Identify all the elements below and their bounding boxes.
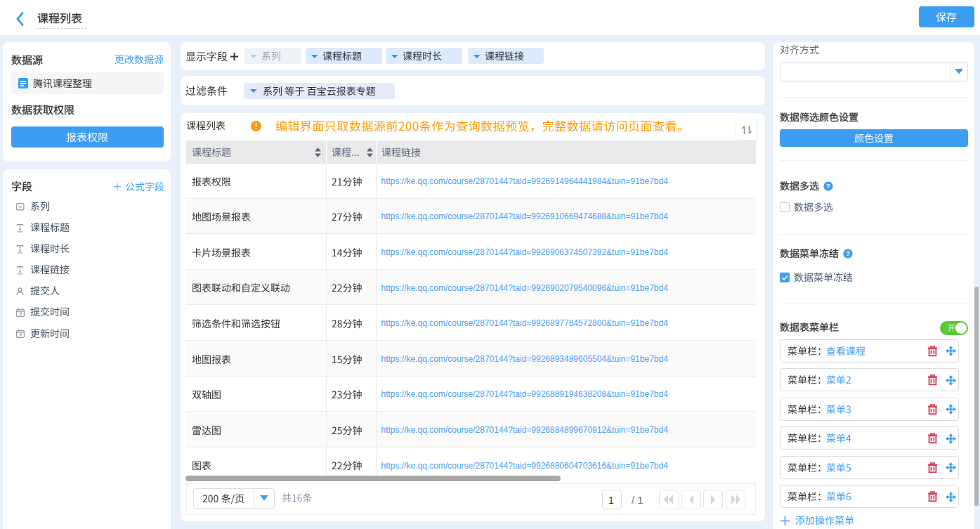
svg-text:?: ? [826,182,830,190]
svg-text:?: ? [846,249,850,257]
